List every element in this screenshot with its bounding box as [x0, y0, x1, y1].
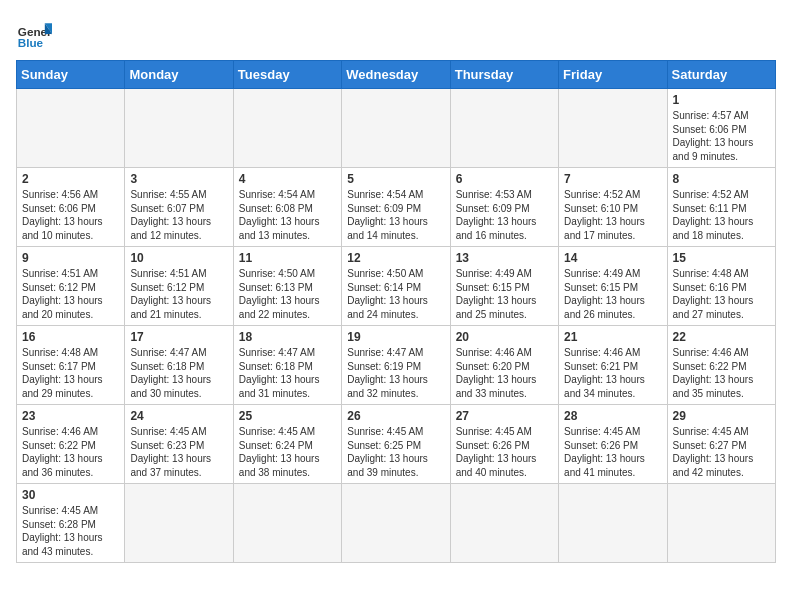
calendar-cell [125, 89, 233, 168]
day-number: 8 [673, 172, 770, 186]
day-number: 23 [22, 409, 119, 423]
day-info: Sunrise: 4:49 AM Sunset: 6:15 PM Dayligh… [564, 267, 661, 321]
day-number: 4 [239, 172, 336, 186]
calendar-cell: 7Sunrise: 4:52 AM Sunset: 6:10 PM Daylig… [559, 168, 667, 247]
day-info: Sunrise: 4:48 AM Sunset: 6:17 PM Dayligh… [22, 346, 119, 400]
day-info: Sunrise: 4:56 AM Sunset: 6:06 PM Dayligh… [22, 188, 119, 242]
logo: General Blue [16, 16, 52, 52]
day-info: Sunrise: 4:45 AM Sunset: 6:26 PM Dayligh… [564, 425, 661, 479]
day-number: 21 [564, 330, 661, 344]
calendar-week-row: 9Sunrise: 4:51 AM Sunset: 6:12 PM Daylig… [17, 247, 776, 326]
calendar-cell: 25Sunrise: 4:45 AM Sunset: 6:24 PM Dayli… [233, 405, 341, 484]
day-number: 18 [239, 330, 336, 344]
day-number: 16 [22, 330, 119, 344]
day-number: 20 [456, 330, 553, 344]
calendar-cell: 11Sunrise: 4:50 AM Sunset: 6:13 PM Dayli… [233, 247, 341, 326]
calendar-table: SundayMondayTuesdayWednesdayThursdayFrid… [16, 60, 776, 563]
calendar-cell: 27Sunrise: 4:45 AM Sunset: 6:26 PM Dayli… [450, 405, 558, 484]
day-number: 15 [673, 251, 770, 265]
calendar-cell: 23Sunrise: 4:46 AM Sunset: 6:22 PM Dayli… [17, 405, 125, 484]
day-number: 14 [564, 251, 661, 265]
day-number: 19 [347, 330, 444, 344]
calendar-header-sunday: Sunday [17, 61, 125, 89]
page-header: General Blue [16, 16, 776, 52]
day-info: Sunrise: 4:52 AM Sunset: 6:10 PM Dayligh… [564, 188, 661, 242]
day-info: Sunrise: 4:47 AM Sunset: 6:19 PM Dayligh… [347, 346, 444, 400]
calendar-cell: 19Sunrise: 4:47 AM Sunset: 6:19 PM Dayli… [342, 326, 450, 405]
day-number: 27 [456, 409, 553, 423]
day-info: Sunrise: 4:55 AM Sunset: 6:07 PM Dayligh… [130, 188, 227, 242]
calendar-cell: 5Sunrise: 4:54 AM Sunset: 6:09 PM Daylig… [342, 168, 450, 247]
calendar-cell [233, 484, 341, 563]
logo-icon: General Blue [16, 16, 52, 52]
day-info: Sunrise: 4:46 AM Sunset: 6:20 PM Dayligh… [456, 346, 553, 400]
calendar-cell: 14Sunrise: 4:49 AM Sunset: 6:15 PM Dayli… [559, 247, 667, 326]
day-info: Sunrise: 4:47 AM Sunset: 6:18 PM Dayligh… [130, 346, 227, 400]
day-number: 11 [239, 251, 336, 265]
day-info: Sunrise: 4:45 AM Sunset: 6:25 PM Dayligh… [347, 425, 444, 479]
calendar-cell [450, 484, 558, 563]
calendar-cell [17, 89, 125, 168]
calendar-cell [125, 484, 233, 563]
calendar-cell [667, 484, 775, 563]
calendar-header-monday: Monday [125, 61, 233, 89]
calendar-cell: 26Sunrise: 4:45 AM Sunset: 6:25 PM Dayli… [342, 405, 450, 484]
calendar-week-row: 1Sunrise: 4:57 AM Sunset: 6:06 PM Daylig… [17, 89, 776, 168]
calendar-cell [342, 89, 450, 168]
calendar-cell: 16Sunrise: 4:48 AM Sunset: 6:17 PM Dayli… [17, 326, 125, 405]
calendar-cell: 8Sunrise: 4:52 AM Sunset: 6:11 PM Daylig… [667, 168, 775, 247]
calendar-cell [342, 484, 450, 563]
day-number: 30 [22, 488, 119, 502]
day-number: 1 [673, 93, 770, 107]
day-number: 28 [564, 409, 661, 423]
day-number: 26 [347, 409, 444, 423]
svg-text:Blue: Blue [18, 36, 44, 49]
day-number: 13 [456, 251, 553, 265]
day-number: 24 [130, 409, 227, 423]
calendar-week-row: 23Sunrise: 4:46 AM Sunset: 6:22 PM Dayli… [17, 405, 776, 484]
day-info: Sunrise: 4:51 AM Sunset: 6:12 PM Dayligh… [130, 267, 227, 321]
day-number: 7 [564, 172, 661, 186]
day-number: 3 [130, 172, 227, 186]
day-info: Sunrise: 4:45 AM Sunset: 6:28 PM Dayligh… [22, 504, 119, 558]
calendar-header-saturday: Saturday [667, 61, 775, 89]
calendar-cell: 28Sunrise: 4:45 AM Sunset: 6:26 PM Dayli… [559, 405, 667, 484]
calendar-header-friday: Friday [559, 61, 667, 89]
calendar-cell: 10Sunrise: 4:51 AM Sunset: 6:12 PM Dayli… [125, 247, 233, 326]
day-info: Sunrise: 4:45 AM Sunset: 6:27 PM Dayligh… [673, 425, 770, 479]
day-number: 17 [130, 330, 227, 344]
calendar-cell: 3Sunrise: 4:55 AM Sunset: 6:07 PM Daylig… [125, 168, 233, 247]
calendar-header-row: SundayMondayTuesdayWednesdayThursdayFrid… [17, 61, 776, 89]
day-info: Sunrise: 4:47 AM Sunset: 6:18 PM Dayligh… [239, 346, 336, 400]
day-number: 25 [239, 409, 336, 423]
calendar-cell: 29Sunrise: 4:45 AM Sunset: 6:27 PM Dayli… [667, 405, 775, 484]
calendar-cell: 30Sunrise: 4:45 AM Sunset: 6:28 PM Dayli… [17, 484, 125, 563]
day-number: 6 [456, 172, 553, 186]
calendar-cell: 15Sunrise: 4:48 AM Sunset: 6:16 PM Dayli… [667, 247, 775, 326]
day-info: Sunrise: 4:49 AM Sunset: 6:15 PM Dayligh… [456, 267, 553, 321]
calendar-cell [450, 89, 558, 168]
day-info: Sunrise: 4:45 AM Sunset: 6:26 PM Dayligh… [456, 425, 553, 479]
calendar-cell: 2Sunrise: 4:56 AM Sunset: 6:06 PM Daylig… [17, 168, 125, 247]
day-info: Sunrise: 4:45 AM Sunset: 6:24 PM Dayligh… [239, 425, 336, 479]
calendar-cell: 12Sunrise: 4:50 AM Sunset: 6:14 PM Dayli… [342, 247, 450, 326]
calendar-cell [559, 484, 667, 563]
calendar-cell [559, 89, 667, 168]
calendar-cell: 22Sunrise: 4:46 AM Sunset: 6:22 PM Dayli… [667, 326, 775, 405]
calendar-cell: 6Sunrise: 4:53 AM Sunset: 6:09 PM Daylig… [450, 168, 558, 247]
day-number: 12 [347, 251, 444, 265]
day-info: Sunrise: 4:46 AM Sunset: 6:22 PM Dayligh… [22, 425, 119, 479]
calendar-week-row: 16Sunrise: 4:48 AM Sunset: 6:17 PM Dayli… [17, 326, 776, 405]
day-info: Sunrise: 4:50 AM Sunset: 6:13 PM Dayligh… [239, 267, 336, 321]
calendar-cell: 20Sunrise: 4:46 AM Sunset: 6:20 PM Dayli… [450, 326, 558, 405]
day-info: Sunrise: 4:53 AM Sunset: 6:09 PM Dayligh… [456, 188, 553, 242]
day-number: 10 [130, 251, 227, 265]
day-info: Sunrise: 4:46 AM Sunset: 6:22 PM Dayligh… [673, 346, 770, 400]
calendar-cell: 17Sunrise: 4:47 AM Sunset: 6:18 PM Dayli… [125, 326, 233, 405]
day-number: 9 [22, 251, 119, 265]
calendar-header-thursday: Thursday [450, 61, 558, 89]
day-number: 22 [673, 330, 770, 344]
calendar-cell: 13Sunrise: 4:49 AM Sunset: 6:15 PM Dayli… [450, 247, 558, 326]
day-number: 29 [673, 409, 770, 423]
calendar-cell [233, 89, 341, 168]
